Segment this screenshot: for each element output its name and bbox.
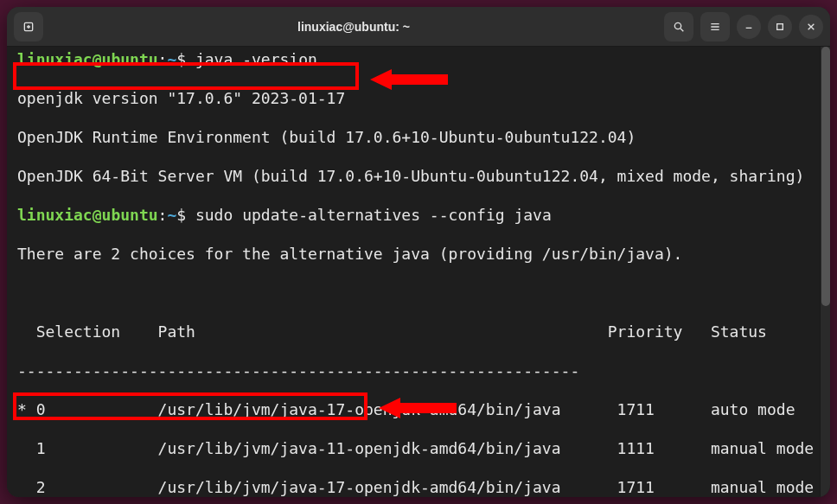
scrollbar[interactable] — [820, 47, 830, 497]
table-divider: ----------------------------------------… — [17, 361, 823, 381]
prompt-host: ubuntu — [102, 50, 158, 68]
menu-button[interactable] — [700, 12, 730, 41]
titlebar: linuxiac@ubuntu: ~ — [7, 7, 830, 47]
prompt-user: linuxiac — [17, 206, 93, 224]
cmd-java-version-1: java -version — [186, 50, 317, 68]
cmd-update-alternatives: sudo update-alternatives --config java — [186, 206, 552, 224]
svg-point-1 — [674, 22, 680, 29]
prompt-at: @ — [93, 50, 102, 68]
prompt-colon: : — [158, 206, 168, 224]
new-tab-button[interactable] — [14, 12, 43, 41]
search-button[interactable] — [664, 12, 693, 41]
new-tab-icon — [22, 20, 35, 34]
hamburger-icon — [708, 20, 722, 34]
maximize-icon — [773, 20, 787, 34]
svg-rect-2 — [777, 23, 783, 29]
scrollbar-thumb[interactable] — [821, 47, 830, 306]
prompt-path: ~ — [167, 206, 176, 224]
table-row: 1 /usr/lib/jvm/java-11-openjdk-amd64/bin… — [17, 439, 823, 459]
prompt-colon: : — [158, 50, 168, 68]
output-line: There are 2 choices for the alternative … — [17, 245, 823, 265]
output-line: openjdk version "17.0.6" 2023-01-17 — [17, 89, 823, 109]
minimize-icon — [742, 20, 756, 34]
table-row: 2 /usr/lib/jvm/java-17-openjdk-amd64/bin… — [17, 478, 823, 497]
prompt-host: ubuntu — [102, 206, 158, 224]
close-icon — [804, 20, 818, 34]
prompt-dollar: $ — [176, 206, 186, 224]
output-line: OpenJDK 64-Bit Server VM (build 17.0.6+1… — [17, 167, 823, 187]
output-line — [17, 284, 823, 303]
minimize-button[interactable] — [737, 15, 761, 39]
terminal-window: linuxiac@ubuntu: ~ linuxiac@ubuntu:~$ ja… — [7, 7, 830, 497]
terminal-body[interactable]: linuxiac@ubuntu:~$ java -version openjdk… — [7, 47, 830, 497]
search-icon — [672, 20, 686, 34]
table-row: * 0 /usr/lib/jvm/java-17-openjdk-amd64/b… — [17, 400, 823, 420]
prompt-path: ~ — [167, 50, 176, 68]
prompt-user: linuxiac — [17, 50, 93, 68]
prompt-dollar: $ — [176, 50, 186, 68]
output-line: OpenJDK Runtime Environment (build 17.0.… — [17, 128, 823, 148]
prompt-at: @ — [93, 206, 102, 224]
maximize-button[interactable] — [768, 15, 792, 39]
window-title: linuxiac@ubuntu: ~ — [50, 20, 657, 34]
table-header: Selection Path Priority Status — [17, 322, 823, 342]
close-button[interactable] — [799, 15, 823, 39]
